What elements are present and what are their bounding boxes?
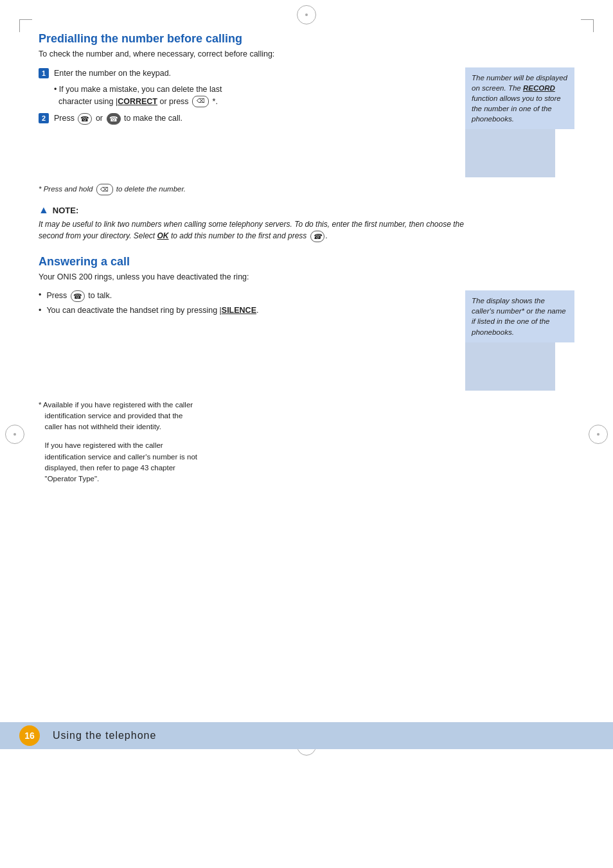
section1-two-col: 1 Enter the number on the keypad. • If y…: [39, 67, 574, 177]
bullet-1-text: Press to talk.: [46, 290, 112, 302]
phone-icon-2: ☎: [109, 114, 118, 125]
call-button-icon-1: [78, 113, 92, 125]
phone-icon-1: [80, 114, 89, 125]
footer-page-number: 16: [19, 725, 40, 746]
call-button-note: [310, 231, 324, 242]
registration-mark-right: [589, 425, 608, 444]
call-button-answer: [71, 290, 85, 302]
section2-title: Answering a call: [39, 255, 574, 269]
section1-side-note-text: The number will be displayed on screen. …: [472, 74, 567, 123]
info-icon: ▲: [39, 204, 49, 216]
footer-title: Using the telephone: [53, 730, 156, 741]
content-area: Predialling the number before calling To…: [39, 32, 574, 733]
asterisk-note-2: If you have registered with the caller i…: [39, 440, 574, 484]
step-2-end: to make the call.: [124, 114, 182, 123]
page: Predialling the number before calling To…: [0, 0, 613, 868]
step-1-content: Enter the number on the keypad. • If you…: [54, 67, 459, 107]
corner-mark-tr: [581, 19, 594, 32]
footnote-press-hold: Press and hold: [44, 186, 95, 193]
section2-side-note-text: The display shows the caller's number* o…: [472, 297, 566, 335]
asterisk-2-text: If you have registered with the caller i…: [39, 441, 197, 483]
section2-two-col: Press to talk. You can deactivate the ha…: [39, 290, 574, 390]
section2-note-col: The display shows the caller's number* o…: [465, 290, 574, 390]
section2-separator: Answering a call Your ONIS 200 rings, un…: [39, 255, 574, 281]
silence-key: SILENCE: [222, 306, 256, 315]
bullet-1: Press to talk.: [39, 290, 459, 302]
section1-main-col: 1 Enter the number on the keypad. • If y…: [39, 67, 459, 177]
section2-side-note: The display shows the caller's number* o…: [465, 290, 574, 342]
bullet-2-text: You can deactivate the handset ring by p…: [46, 306, 258, 315]
corner-mark-tl: [19, 19, 32, 32]
call-button-icon-2: ☎: [107, 113, 121, 125]
section1-footnote: * Press and hold ⌫ to delete the number.: [39, 184, 574, 195]
section1-note-col: The number will be displayed on screen. …: [465, 67, 574, 177]
step-1-sub: • If you make a mistake, you can delete …: [54, 84, 459, 108]
record-key: RECORD: [523, 84, 555, 92]
footnote-end: to delete the number.: [116, 186, 186, 193]
registration-mark-left: [5, 425, 24, 444]
phone-icon-note: [313, 231, 322, 242]
bullet-2: You can deactivate the handset ring by p…: [39, 306, 459, 315]
phone-icon-answer: [73, 292, 82, 301]
ok-key: OK: [157, 231, 169, 240]
note-text: It may be useful to link two numbers whe…: [39, 218, 574, 242]
step-2: 2 Press or ☎ to make the call.: [39, 112, 459, 125]
step-1-text: Enter the number on the keypad.: [54, 69, 171, 78]
asterisk-1-text: * Available if you have registered with …: [39, 401, 193, 431]
footnote-asterisk: *: [39, 186, 44, 193]
section1-side-note: The number will be displayed on screen. …: [465, 67, 574, 129]
note-label-text: NOTE:: [53, 206, 78, 215]
registration-mark-top: [297, 5, 316, 24]
step-2-press: Press: [54, 114, 76, 123]
step-2-content: Press or ☎ to make the call.: [54, 112, 459, 125]
display-screen-1: [465, 129, 555, 177]
section1-title: Predialling the number before calling: [39, 32, 574, 46]
step-1-num: 1: [39, 68, 49, 78]
correct-key: CORRECT: [118, 97, 157, 106]
note-label: ▲ NOTE:: [39, 204, 574, 216]
step-1: 1 Enter the number on the keypad. • If y…: [39, 67, 459, 107]
note-box: ▲ NOTE: It may be useful to link two num…: [39, 204, 574, 242]
footer-bar: 16 Using the telephone: [0, 722, 613, 749]
section2-intro: Your ONIS 200 rings, unless you have dea…: [39, 272, 574, 281]
delete-button-icon: ⌫: [192, 96, 209, 107]
asterisk-note-1: * Available if you have registered with …: [39, 400, 574, 433]
section1-intro: To check the number and, where necessary…: [39, 49, 574, 58]
section2-main-col: Press to talk. You can deactivate the ha…: [39, 290, 459, 390]
step-2-num: 2: [39, 113, 49, 123]
step-1-sub-text: • If you make a mistake, you can delete …: [54, 85, 222, 106]
display-screen-2: [465, 342, 555, 391]
step-2-or: or: [96, 114, 105, 123]
delete-button-footnote: ⌫: [96, 184, 113, 195]
